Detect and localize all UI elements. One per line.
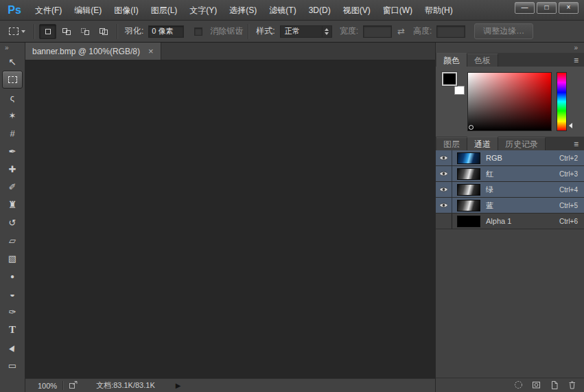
path-selection-tool[interactable]: ▶: [2, 338, 23, 356]
menu-filter[interactable]: 滤镜(T): [263, 0, 302, 21]
menu-select[interactable]: 选择(S): [223, 0, 263, 21]
style-select[interactable]: 正常: [280, 25, 332, 38]
zoom-level-field[interactable]: 100%: [38, 382, 57, 390]
rectangular-marquee-icon: [8, 76, 17, 83]
quick-selection-tool[interactable]: ✶: [2, 106, 23, 124]
eraser-tool[interactable]: ▱: [2, 231, 23, 249]
tab-close-icon[interactable]: ×: [148, 47, 154, 56]
swap-dimensions-icon[interactable]: ⇄: [397, 26, 405, 36]
channel-row-blue[interactable]: 蓝Ctrl+5: [436, 198, 584, 214]
hue-slider[interactable]: [557, 72, 567, 131]
tab-layers[interactable]: 图层: [436, 137, 467, 150]
new-selection-button[interactable]: [39, 24, 56, 39]
background-color-swatch[interactable]: [454, 86, 465, 95]
tool-preset-picker[interactable]: [5, 26, 29, 36]
maximize-button[interactable]: □: [537, 2, 557, 14]
crop-tool[interactable]: #: [2, 124, 23, 142]
channel-shortcut: Ctrl+3: [559, 170, 584, 178]
feather-value: 0 像素: [152, 26, 173, 36]
dodge-tool[interactable]: ◒: [2, 285, 23, 303]
minimize-button[interactable]: —: [515, 2, 535, 14]
color-panel-tabs: 颜色色板 ≡: [436, 53, 584, 67]
menu-view[interactable]: 视图(V): [337, 0, 377, 21]
move-tool[interactable]: ↖: [2, 53, 23, 71]
pen-tool[interactable]: ✑: [2, 303, 23, 321]
channel-visibility-empty[interactable]: [436, 214, 452, 229]
menu-layer[interactable]: 图层(L): [145, 0, 184, 21]
canvas[interactable]: [25, 60, 435, 378]
antialias-checkbox[interactable]: [194, 27, 202, 36]
blur-tool[interactable]: ●: [2, 267, 23, 285]
channel-visibility-eye-icon[interactable]: [436, 150, 452, 165]
color-tabset: 颜色色板: [436, 53, 498, 67]
menu-3d[interactable]: 3D(D): [303, 0, 337, 21]
spot-healing-brush-tool[interactable]: ✚: [2, 160, 23, 178]
channel-row-green[interactable]: 绿Ctrl+4: [436, 182, 584, 198]
type-tool[interactable]: T: [2, 321, 23, 338]
rectangular-marquee-tool[interactable]: [2, 71, 23, 89]
style-label: 样式:: [256, 25, 275, 37]
width-input[interactable]: [363, 25, 392, 38]
spinner-arrows-icon[interactable]: [322, 26, 331, 37]
intersect-with-selection-button[interactable]: [95, 24, 112, 39]
tab-history[interactable]: 历史记录: [498, 137, 546, 150]
menu-help[interactable]: 帮助(H): [419, 0, 459, 21]
refine-edge-button[interactable]: 调整边缘…: [474, 23, 533, 39]
toolbar-collapse-icon[interactable]: »: [5, 44, 9, 51]
height-input[interactable]: [436, 25, 465, 38]
color-panel-menu-icon[interactable]: ≡: [574, 56, 579, 65]
tool-list: ↖ς✶#✒✚✐♜↺▱▧●◒✑T▶▭: [0, 53, 25, 374]
channel-visibility-eye-icon[interactable]: [436, 198, 452, 213]
menu-window[interactable]: 窗口(W): [377, 0, 419, 21]
tab-channels[interactable]: 通道: [467, 137, 498, 150]
lasso-tool[interactable]: ς: [2, 89, 23, 106]
foreground-color-swatch[interactable]: [443, 73, 456, 84]
feather-input[interactable]: 0 像素: [148, 25, 184, 38]
channels-panel-menu-icon[interactable]: ≡: [574, 140, 579, 148]
channel-list: RGBCtrl+2红Ctrl+3绿Ctrl+4蓝Ctrl+5Alpha 1Ctr…: [436, 150, 584, 229]
menu-edit[interactable]: 编辑(E): [68, 0, 108, 21]
load-channel-as-selection-icon[interactable]: [514, 380, 523, 390]
history-brush-tool[interactable]: ↺: [2, 214, 23, 231]
channel-shortcut: Ctrl+2: [559, 154, 584, 162]
gradient-tool-icon: ▧: [8, 253, 16, 264]
add-to-selection-button[interactable]: [58, 24, 75, 39]
channel-thumbnail: [457, 168, 480, 180]
clone-stamp-tool-icon: ♜: [8, 199, 17, 210]
divider: [62, 381, 63, 390]
eyedropper-tool[interactable]: ✒: [2, 142, 23, 160]
clone-stamp-tool[interactable]: ♜: [2, 196, 23, 214]
tab-swatches[interactable]: 色板: [467, 54, 498, 67]
menu-type[interactable]: 文字(Y): [183, 0, 223, 21]
channel-shortcut: Ctrl+4: [559, 186, 584, 194]
subtract-from-selection-button[interactable]: [76, 24, 93, 39]
gradient-tool[interactable]: ▧: [2, 249, 23, 267]
tab-color[interactable]: 颜色: [436, 53, 467, 67]
divider: [117, 24, 117, 39]
menu-image[interactable]: 图像(I): [108, 0, 144, 21]
channel-shortcut: Ctrl+5: [559, 202, 584, 209]
save-selection-as-channel-icon[interactable]: [532, 380, 541, 390]
create-new-channel-icon[interactable]: [550, 380, 559, 390]
channel-row-rgb[interactable]: RGBCtrl+2: [436, 150, 584, 166]
document-tab[interactable]: banner.bmp @ 100%(RGB/8) ×: [25, 43, 161, 60]
channel-visibility-eye-icon[interactable]: [436, 166, 452, 181]
color-spectrum-picker[interactable]: [467, 72, 552, 131]
divider: [34, 24, 34, 39]
brush-tool[interactable]: ✐: [2, 178, 23, 196]
antialias-label: 消除锯齿: [210, 25, 243, 37]
channel-row-red[interactable]: 红Ctrl+3: [436, 166, 584, 182]
close-button[interactable]: ×: [559, 2, 579, 14]
status-flyout-arrow[interactable]: ▶: [176, 382, 181, 389]
delete-channel-icon[interactable]: [568, 380, 576, 390]
crop-tool-icon: #: [10, 128, 14, 139]
export-icon[interactable]: [69, 380, 78, 391]
channel-name: RGB: [480, 154, 559, 162]
channel-visibility-eye-icon[interactable]: [436, 182, 452, 197]
menu-file[interactable]: 文件(F): [29, 0, 68, 21]
channel-thumbnail: [457, 216, 480, 227]
rectangle-tool[interactable]: ▭: [2, 356, 23, 374]
collapse-panels-icon[interactable]: »: [574, 44, 578, 51]
menu-bar: Ps 文件(F)编辑(E)图像(I)图层(L)文字(Y)选择(S)滤镜(T)3D…: [0, 0, 584, 21]
channel-row-alpha-1[interactable]: Alpha 1Ctrl+6: [436, 214, 584, 229]
